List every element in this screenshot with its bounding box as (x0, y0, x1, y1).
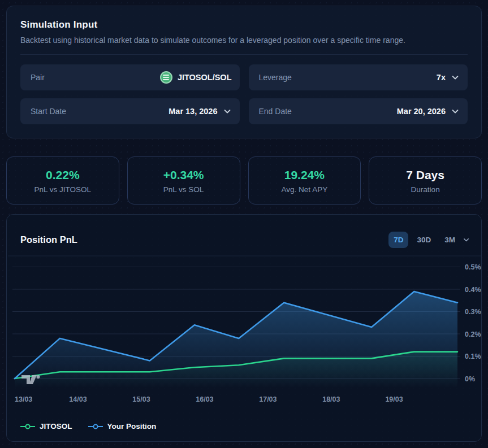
start-date-label: Start Date (31, 107, 66, 116)
stat-label: PnL vs SOL (130, 185, 237, 194)
range-button-30d[interactable]: 30D (412, 232, 436, 248)
simulation-fields: Pair JITOSOL/SOL Leverage 7x Start Date (20, 64, 468, 124)
svg-text:0.1%: 0.1% (465, 353, 481, 360)
main-content: Simulation Input Backtest using historic… (0, 0, 488, 442)
pair-value-group: JITOSOL/SOL (160, 71, 232, 84)
leverage-value-group: 7x (437, 73, 460, 82)
svg-text:0.4%: 0.4% (465, 286, 481, 294)
chart-title: Position PnL (20, 234, 77, 245)
legend-item-jitosol[interactable]: JITOSOL (20, 422, 72, 430)
svg-text:19/03: 19/03 (385, 395, 403, 403)
jitosol-coin-icon (160, 71, 172, 84)
pnl-line-chart[interactable]: 0%0.1%0.2%0.3%0.4%0.5%13/0314/0315/0316/… (7, 253, 482, 407)
stat-value: 19.24% (251, 168, 359, 182)
start-date-value-group: Mar 13, 2026 (169, 107, 231, 116)
position-pnl-card: Position PnL 7D 30D 3M 0%0.1%0.2%0.3%0.4… (6, 214, 482, 442)
chevron-down-icon (451, 73, 460, 82)
end-date-field[interactable]: End Date Mar 20, 2026 (249, 98, 468, 124)
svg-text:18/03: 18/03 (322, 395, 340, 403)
svg-text:0.2%: 0.2% (465, 330, 481, 338)
range-selector: 7D 30D 3M (388, 232, 470, 248)
stat-label: PnL vs JITOSOL (9, 185, 116, 194)
stat-label: Duration (372, 185, 479, 194)
legend-label: Your Position (107, 422, 157, 430)
end-date-value-group: Mar 20, 2026 (397, 107, 460, 116)
pair-field[interactable]: Pair JITOSOL/SOL (20, 64, 240, 90)
stat-value: 0.22% (9, 168, 116, 182)
legend-label: JITOSOL (40, 422, 72, 430)
end-date-value: Mar 20, 2026 (397, 107, 446, 116)
start-date-value: Mar 13, 2026 (169, 107, 217, 116)
leverage-label: Leverage (259, 73, 292, 82)
svg-text:14/03: 14/03 (69, 395, 87, 403)
svg-text:17/03: 17/03 (259, 395, 277, 403)
range-button-7d[interactable]: 7D (388, 232, 408, 248)
simulation-input-description: Backtest using historical market data to… (20, 36, 468, 45)
pair-label: Pair (31, 73, 45, 82)
chart-header: Position PnL 7D 30D 3M (7, 215, 481, 253)
page: { "simulation_input": { "title": "Simula… (0, 0, 488, 448)
legend-marker-icon (20, 423, 35, 430)
stat-value: +0.34% (130, 168, 237, 182)
svg-text:16/03: 16/03 (196, 395, 213, 403)
chevron-down-icon (223, 107, 232, 116)
leverage-value: 7x (437, 73, 446, 82)
range-button-3m[interactable]: 3M (439, 232, 460, 248)
stat-pnl-vs-sol: +0.34% PnL vs SOL (127, 156, 240, 205)
legend-marker-icon (88, 423, 103, 430)
svg-text:0.5%: 0.5% (465, 263, 481, 271)
stat-pnl-vs-jitosol: 0.22% PnL vs JITOSOL (6, 156, 119, 205)
legend-item-your-position[interactable]: Your Position (88, 422, 157, 430)
leverage-field[interactable]: Leverage 7x (249, 64, 468, 90)
stat-avg-net-apy: 19.24% Avg. Net APY (248, 156, 361, 205)
stats-row: 0.22% PnL vs JITOSOL +0.34% PnL vs SOL 1… (6, 156, 482, 205)
stat-duration: 7 Days Duration (369, 156, 482, 205)
pair-value: JITOSOL/SOL (178, 73, 232, 82)
end-date-label: End Date (259, 107, 292, 116)
simulation-input-card: Simulation Input Backtest using historic… (6, 6, 482, 138)
start-date-field[interactable]: Start Date Mar 13, 2026 (20, 98, 240, 124)
chart-legend: JITOSOL Your Position (20, 422, 481, 430)
svg-text:13/03: 13/03 (15, 395, 32, 403)
simulation-input-title: Simulation Input (20, 19, 468, 31)
divider (20, 54, 468, 55)
chevron-down-icon (451, 107, 460, 116)
svg-text:0%: 0% (465, 375, 475, 383)
svg-text:15/03: 15/03 (132, 395, 150, 403)
chevron-down-icon[interactable] (463, 236, 470, 243)
stat-value: 7 Days (372, 168, 479, 182)
svg-text:0.3%: 0.3% (465, 308, 481, 316)
stat-label: Avg. Net APY (251, 185, 359, 194)
